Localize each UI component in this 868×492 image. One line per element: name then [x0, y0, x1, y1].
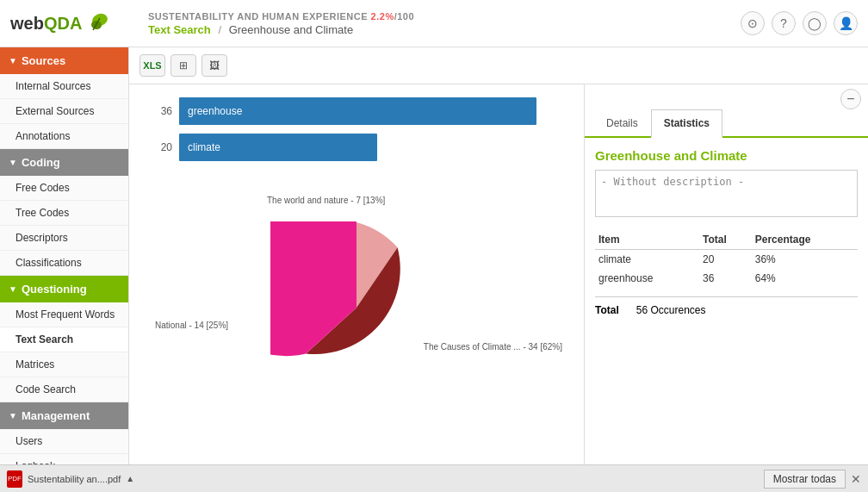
- col-header-item: Item: [595, 230, 699, 250]
- sidebar-item-classifications[interactable]: Classifications: [0, 251, 128, 276]
- sidebar-section-sources[interactable]: ▼ Sources: [0, 47, 128, 74]
- sidebar-item-matrices[interactable]: Matrices: [0, 352, 128, 377]
- file-expand-arrow[interactable]: ▲: [126, 474, 134, 483]
- cell-pct-climate: 36%: [752, 250, 858, 270]
- detail-panel: − Details Statistics Greenhouse and Clim…: [584, 84, 868, 464]
- coding-arrow: ▼: [9, 158, 17, 167]
- bar-row-greenhouse: 36 greenhouse: [146, 97, 567, 125]
- bar-climate: climate: [179, 134, 377, 161]
- pie-chart: [270, 221, 443, 394]
- coding-label: Coding: [22, 156, 60, 169]
- logo-icon: [84, 13, 108, 34]
- bar-value-greenhouse: 36: [146, 105, 172, 117]
- sidebar-section-coding[interactable]: ▼ Coding: [0, 149, 128, 176]
- close-icon[interactable]: ✕: [851, 472, 861, 486]
- sources-label: Sources: [22, 54, 65, 67]
- col-header-percentage: Percentage: [752, 230, 858, 250]
- detail-title: Greenhouse and Climate: [595, 148, 858, 163]
- toolbar: XLS ⊞ 🖼: [129, 47, 868, 84]
- sidebar-item-annotations[interactable]: Annotations: [0, 124, 128, 149]
- cell-total-climate: 20: [699, 250, 752, 270]
- detail-tabs: Details Statistics: [585, 109, 868, 138]
- bottom-bar: PDF Sustentability an....pdf ▲ Mostrar t…: [0, 464, 868, 492]
- sidebar-item-external-sources[interactable]: External Sources: [0, 99, 128, 124]
- sidebar-item-users[interactable]: Users: [0, 429, 128, 454]
- detail-body: Greenhouse and Climate - Without descrip…: [585, 138, 868, 464]
- bar-greenhouse: greenhouse: [179, 97, 536, 125]
- user-circle-icon[interactable]: ◯: [803, 11, 827, 35]
- bar-row-climate: 20 climate: [146, 134, 567, 161]
- image-button[interactable]: 🖼: [202, 54, 227, 77]
- file-label: Sustentability an....pdf: [28, 474, 121, 484]
- bar-value-climate: 20: [146, 141, 172, 153]
- detail-table: Item Total Percentage climate 20 36%: [595, 230, 858, 288]
- mostrar-todas-button[interactable]: Mostrar todas: [764, 470, 846, 489]
- table-row: climate 20 36%: [595, 250, 858, 270]
- management-arrow: ▼: [9, 411, 17, 420]
- sidebar-section-questioning[interactable]: ▼ Questioning: [0, 276, 128, 302]
- table-row: greenhouse 36 64%: [595, 269, 858, 288]
- sources-arrow: ▼: [9, 56, 17, 65]
- sidebar-item-descriptors[interactable]: Descriptors: [0, 226, 128, 251]
- profile-icon[interactable]: 👤: [834, 11, 858, 35]
- top-center: SUSTENTABILITY AND HUMAN EXPERIENCE 2.2%…: [140, 11, 741, 36]
- project-title: SUSTENTABILITY AND HUMAN EXPERIENCE 2.2%…: [148, 11, 741, 22]
- sidebar-item-tree-codes[interactable]: Tree Codes: [0, 201, 128, 226]
- bottom-file: PDF Sustentability an....pdf ▲: [7, 470, 134, 488]
- questioning-label: Questioning: [22, 283, 87, 296]
- total-value: 56 Occurences: [636, 304, 706, 316]
- pie-section: The world and nature - 7 [13%] National …: [146, 187, 567, 428]
- tab-details[interactable]: Details: [593, 109, 651, 138]
- top-icons: ⊙ ? ◯ 👤: [741, 11, 858, 35]
- pdf-icon: PDF: [7, 470, 22, 488]
- detail-top-right: −: [585, 84, 868, 109]
- logo: webQDA: [10, 13, 140, 34]
- logo-web: web: [10, 14, 44, 34]
- questioning-arrow: ▼: [9, 284, 17, 294]
- sidebar-item-free-codes[interactable]: Free Codes: [0, 176, 128, 201]
- sidebar-item-internal-sources[interactable]: Internal Sources: [0, 74, 128, 99]
- detail-total: Total 56 Occurences: [595, 296, 858, 316]
- bar-chart: 36 greenhouse 20 climate: [146, 97, 567, 161]
- main-layout: ▼ Sources Internal Sources External Sour…: [0, 47, 868, 464]
- chart-area: 36 greenhouse 20 climate: [129, 84, 584, 464]
- sidebar-section-management[interactable]: ▼ Management: [0, 402, 128, 429]
- excel-button[interactable]: XLS: [140, 54, 165, 77]
- detail-description[interactable]: - Without description -: [595, 170, 858, 217]
- pie-label-world: The world and nature - 7 [13%]: [267, 196, 385, 205]
- breadcrumb: Text Search / Greenhouse and Climate: [148, 23, 741, 36]
- project-percentage: 2.2%: [371, 11, 394, 22]
- chart-detail: 36 greenhouse 20 climate: [129, 84, 868, 464]
- top-bar: webQDA SUSTENTABILITY AND HUMAN EXPERIEN…: [0, 0, 868, 47]
- sidebar-item-most-frequent-words[interactable]: Most Frequent Words: [0, 302, 128, 327]
- sidebar: ▼ Sources Internal Sources External Sour…: [0, 47, 129, 464]
- tab-statistics[interactable]: Statistics: [651, 109, 722, 138]
- sidebar-item-text-search[interactable]: Text Search: [0, 327, 128, 352]
- bottom-actions: Mostrar todas ✕: [764, 470, 861, 489]
- logo-qda: QDA: [44, 14, 82, 34]
- cell-item-climate: climate: [595, 250, 699, 270]
- cell-item-greenhouse: greenhouse: [595, 269, 699, 288]
- breadcrumb-current: Greenhouse and Climate: [229, 23, 354, 36]
- management-label: Management: [22, 409, 90, 422]
- cell-total-greenhouse: 36: [699, 269, 752, 288]
- cell-pct-greenhouse: 64%: [752, 269, 858, 288]
- pie-label-national: National - 14 [25%]: [155, 321, 228, 330]
- pie-label-causes: The Causes of Climate ... - 34 [62%]: [424, 342, 562, 352]
- help-icon[interactable]: ?: [772, 11, 796, 35]
- content-area: XLS ⊞ 🖼 36 greenhouse 20 climate: [129, 47, 868, 464]
- breadcrumb-parent[interactable]: Text Search: [148, 23, 211, 36]
- sidebar-item-code-search[interactable]: Code Search: [0, 377, 128, 402]
- camera-icon[interactable]: ⊙: [741, 11, 765, 35]
- minus-button[interactable]: −: [840, 89, 861, 109]
- sidebar-item-logbook[interactable]: Logbook: [0, 454, 128, 464]
- total-label: Total: [595, 304, 619, 316]
- grid-button[interactable]: ⊞: [170, 54, 196, 77]
- col-header-total: Total: [699, 230, 752, 250]
